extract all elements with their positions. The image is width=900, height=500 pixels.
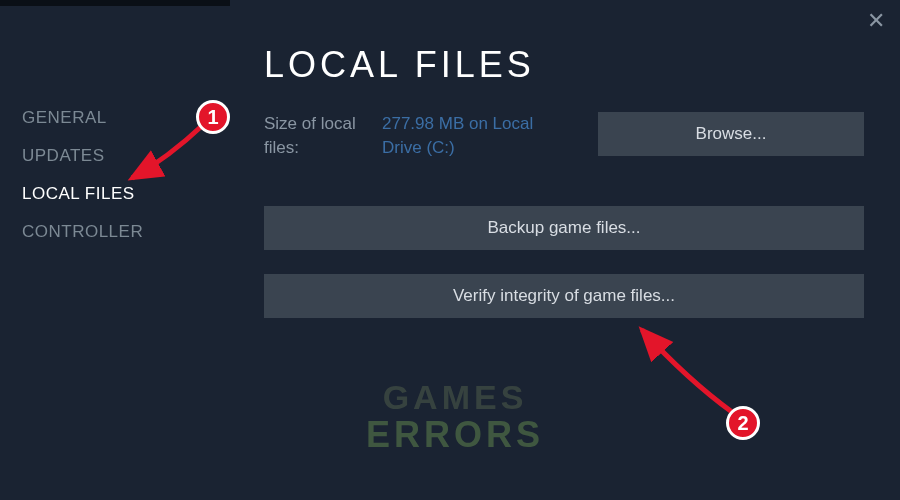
close-button[interactable]: ✕ (866, 12, 886, 32)
backup-game-files-button[interactable]: Backup game files... (264, 206, 864, 250)
verify-integrity-button[interactable]: Verify integrity of game files... (264, 274, 864, 318)
watermark: GAMES ERRORS (366, 380, 544, 453)
close-icon: ✕ (867, 8, 885, 33)
sidebar-item-controller[interactable]: CONTROLLER (22, 222, 202, 242)
sidebar-item-label: GENERAL (22, 108, 107, 127)
sidebar-item-updates[interactable]: UPDATES (22, 146, 202, 166)
page-title: LOCAL FILES (264, 44, 864, 86)
watermark-line-1: GAMES (366, 380, 544, 416)
size-label: Size of local files: (264, 112, 368, 160)
sidebar-item-label: LOCAL FILES (22, 184, 135, 203)
properties-window: ✕ GENERAL UPDATES LOCAL FILES CONTROLLER… (0, 0, 900, 500)
browse-button[interactable]: Browse... (598, 112, 864, 156)
sidebar-item-label: CONTROLLER (22, 222, 143, 241)
sidebar-item-local-files[interactable]: LOCAL FILES (22, 184, 202, 204)
size-info-row: Size of local files: 277.98 MB on Local … (264, 112, 864, 160)
main-panel: LOCAL FILES Size of local files: 277.98 … (264, 44, 864, 342)
size-value: 277.98 MB on Local Drive (C:) (382, 112, 552, 160)
annotation-marker-2: 2 (726, 406, 760, 440)
sidebar-item-general[interactable]: GENERAL (22, 108, 202, 128)
sidebar: GENERAL UPDATES LOCAL FILES CONTROLLER (22, 108, 202, 260)
sidebar-item-label: UPDATES (22, 146, 105, 165)
top-bar-accent (0, 0, 230, 6)
watermark-line-2: ERRORS (366, 416, 544, 454)
